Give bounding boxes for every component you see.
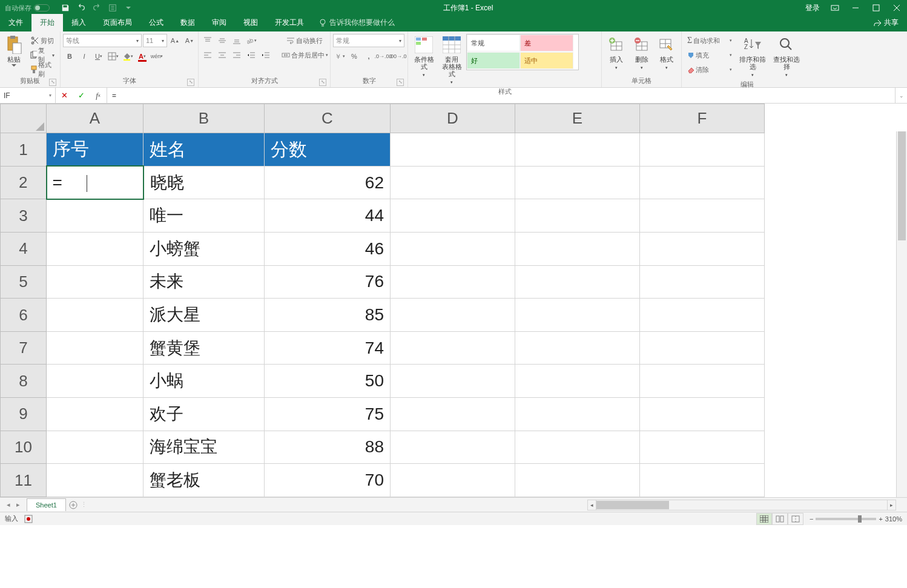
insert-cells-button[interactable]: 插入▾ [604,34,628,73]
cell[interactable]: 44 [265,199,391,233]
tab-formulas[interactable]: 公式 [140,14,172,31]
cell[interactable]: 未来 [143,265,265,299]
sheet-tab-active[interactable]: Sheet1 [27,498,66,511]
percent-format-icon[interactable]: % [348,50,361,63]
copy-button[interactable]: 复制▾ [27,48,58,62]
column-header[interactable]: C [265,104,391,133]
sheet-nav-next-icon[interactable]: ▸ [13,501,23,509]
cell[interactable] [640,199,765,233]
cell[interactable] [515,166,640,199]
cell[interactable] [391,331,515,365]
cell[interactable] [640,431,765,464]
cell[interactable] [515,265,640,299]
undo-icon[interactable] [74,1,88,15]
align-right-icon[interactable] [230,48,243,62]
cell[interactable] [391,365,515,398]
row-header[interactable]: 6 [1,299,47,332]
font-color-button[interactable]: A▾ [136,50,149,63]
increase-decimal-icon[interactable]: .0→.00 [377,50,390,63]
merge-center-button[interactable]: 合并后居中▾ [277,48,332,62]
format-painter-button[interactable]: 格式刷 [27,63,58,76]
active-cell[interactable]: = [47,166,143,199]
name-box[interactable]: IF▾ [0,88,56,103]
row-header[interactable]: 5 [1,265,47,299]
worksheet-grid[interactable]: ABCDEF1序号姓名分数2=晓晓623唯一444小螃蟹465未来766派大星8… [0,104,907,497]
cell[interactable]: 蟹黄堡 [143,331,265,365]
font-size-combo[interactable]: 11▾ [143,34,167,47]
ribbon-options-icon[interactable] [825,0,845,16]
fill-color-button[interactable]: ▾ [121,50,134,63]
row-header[interactable]: 1 [1,133,47,167]
style-good[interactable]: 好 [467,52,520,69]
tab-home[interactable]: 开始 [31,14,63,31]
cut-button[interactable]: 剪切 [27,34,58,47]
cell[interactable] [47,199,143,233]
row-header[interactable]: 10 [1,431,47,464]
align-middle-icon[interactable] [216,34,229,47]
cell[interactable] [640,365,765,398]
cell[interactable] [391,299,515,332]
autosum-button[interactable]: Σ自动求和▾ [684,34,735,47]
bold-button[interactable]: B [63,50,76,63]
cell[interactable]: 70 [265,464,391,497]
login-button[interactable]: 登录 [800,3,825,13]
italic-button[interactable]: I [78,50,91,63]
increase-indent-icon[interactable] [259,48,272,62]
decrease-indent-icon[interactable] [245,48,258,62]
cell[interactable] [515,431,640,464]
cell[interactable] [47,365,143,398]
style-normal[interactable]: 常规 [467,35,520,51]
cell[interactable] [47,265,143,299]
zoom-level[interactable]: 310% [885,515,902,523]
cell[interactable]: 85 [265,299,391,332]
dialog-launcher-icon[interactable]: ⤡ [187,79,194,86]
format-as-table-button[interactable]: 套用 表格格式▾ [438,34,465,87]
cell[interactable]: 46 [265,233,391,266]
orientation-button[interactable]: ab▾ [245,34,258,47]
cell[interactable]: 序号 [47,133,143,167]
cell[interactable] [47,331,143,365]
format-cells-button[interactable]: 格式▾ [655,34,679,73]
cell[interactable]: 唯一 [143,199,265,233]
cell[interactable]: 50 [265,365,391,398]
cell-styles-gallery[interactable]: 常规 差 好 适中 [466,34,579,70]
minimize-icon[interactable] [845,0,866,16]
zoom-in-icon[interactable]: + [879,515,882,523]
tab-view[interactable]: 视图 [235,14,266,31]
page-break-view-icon[interactable] [788,513,803,525]
cell[interactable] [391,398,515,431]
cell[interactable] [391,199,515,233]
cell[interactable]: 欢子 [143,398,265,431]
align-bottom-icon[interactable] [230,34,243,47]
cell[interactable] [391,431,515,464]
cell[interactable] [640,299,765,332]
dialog-launcher-icon[interactable]: ⤡ [49,79,56,86]
cell[interactable] [640,265,765,299]
sheet-nav-prev-icon[interactable]: ◂ [4,501,13,509]
increase-font-icon[interactable]: A▲ [168,34,182,47]
tell-me[interactable]: 告诉我你想要做什么 [312,14,401,31]
cell[interactable]: 分数 [265,133,391,167]
qat-customize-icon[interactable] [121,1,136,15]
share-button[interactable]: 共享 [865,14,907,31]
cell[interactable] [515,398,640,431]
cell[interactable] [47,398,143,431]
style-neutral[interactable]: 适中 [520,52,573,69]
zoom-slider[interactable] [816,518,876,520]
cell[interactable]: 姓名 [143,133,265,167]
save-icon[interactable] [58,1,73,15]
column-header[interactable]: F [640,104,765,133]
cell[interactable]: 派大星 [143,299,265,332]
comma-format-icon[interactable]: , [362,50,375,63]
decrease-font-icon[interactable]: A▼ [183,34,196,47]
cell[interactable] [47,299,143,332]
cell[interactable]: 晓晓 [143,166,265,199]
wrap-text-button[interactable]: 自动换行 [277,34,332,47]
cell[interactable] [391,133,515,167]
sort-filter-button[interactable]: AZ排序和筛选▾ [736,34,769,80]
clear-button[interactable]: 清除▾ [684,63,735,76]
horizontal-scrollbar[interactable]: ◂▸ [587,500,896,510]
cell[interactable] [391,166,515,199]
delete-cells-button[interactable]: 删除▾ [630,34,654,73]
enter-formula-icon[interactable]: ✓ [73,91,90,100]
